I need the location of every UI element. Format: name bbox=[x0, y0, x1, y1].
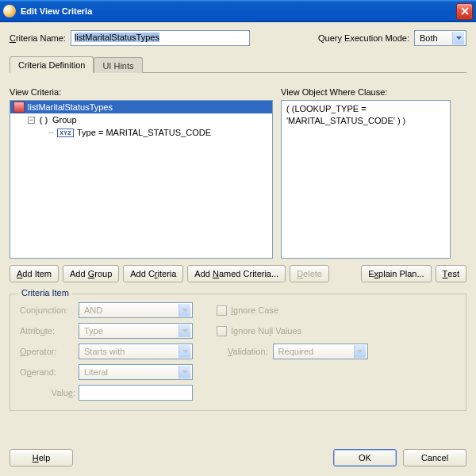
operator-value: Starts with bbox=[84, 347, 125, 356]
dialog-content: Criteria Name: listMaritalStatusTypes Qu… bbox=[0, 22, 476, 476]
ok-button[interactable]: OK bbox=[333, 449, 397, 466]
query-mode-value: Both bbox=[420, 33, 438, 43]
ignore-case-label: Ignore Case bbox=[231, 305, 456, 315]
operator-select: Starts with bbox=[79, 344, 193, 359]
root-icon bbox=[13, 102, 25, 113]
criteria-item-legend: Criteria Item bbox=[18, 288, 72, 298]
paren-icon: ( ) bbox=[38, 115, 49, 125]
tree-group-row[interactable]: − ( ) Group bbox=[10, 113, 272, 126]
operand-select: Literal bbox=[79, 364, 193, 380]
app-icon bbox=[3, 5, 16, 17]
footer-buttons: Help OK Cancel bbox=[10, 449, 466, 466]
tree-leaf-label: Type = MARITAL_STATUS_CODE bbox=[77, 128, 211, 137]
validation-label-text: Validation: bbox=[228, 347, 268, 356]
titlebar: Edit View Criteria bbox=[0, 0, 476, 22]
operand-value: Literal bbox=[84, 367, 108, 377]
add-named-criteria-button[interactable]: Add Named Criteria... bbox=[187, 265, 286, 282]
ignore-null-label: Ignore Null Values bbox=[231, 326, 456, 336]
chevron-down-icon bbox=[178, 345, 190, 358]
tab-bar: Criteria Definition UI Hints bbox=[10, 56, 466, 73]
add-item-button[interactable]: Add Item bbox=[10, 265, 59, 282]
delete-button: Delete bbox=[290, 265, 329, 282]
tree-leaf-row[interactable]: ┄ XYZ Type = MARITAL_STATUS_CODE bbox=[10, 126, 272, 139]
criteria-name-label: Criteria Name: bbox=[10, 33, 66, 43]
cancel-button[interactable]: Cancel bbox=[403, 449, 466, 466]
window-title: Edit View Criteria bbox=[21, 6, 456, 16]
chevron-down-icon bbox=[178, 324, 190, 337]
explain-plan-button[interactable]: Explain Plan... bbox=[361, 265, 431, 282]
conjunction-label: Conjunction: bbox=[20, 305, 79, 315]
attribute-label: Attribute: bbox=[20, 326, 79, 336]
tab-criteria-definition[interactable]: Criteria Definition bbox=[10, 56, 94, 73]
criteria-item-fieldset: Criteria Item Conjunction: AND Ignore Ca… bbox=[10, 294, 466, 411]
value-label: Value: bbox=[20, 388, 79, 397]
tree-connector: ┄ bbox=[48, 128, 54, 138]
panels-row: View Criteria: listMaritalStatusTypes − … bbox=[10, 87, 466, 259]
test-button[interactable]: Test bbox=[436, 265, 466, 282]
where-clause-box: ( (LOOKUP_TYPE = 'MARITAL_STATUS_CODE' )… bbox=[281, 100, 451, 259]
top-row: Criteria Name: listMaritalStatusTypes Qu… bbox=[10, 30, 466, 46]
xyz-icon: XYZ bbox=[57, 129, 74, 137]
chevron-down-icon bbox=[354, 345, 366, 358]
chevron-down-icon bbox=[178, 366, 190, 378]
view-criteria-tree[interactable]: listMaritalStatusTypes − ( ) Group ┄ XYZ… bbox=[10, 100, 273, 259]
view-criteria-label: View Criteria: bbox=[10, 87, 273, 97]
view-criteria-column: View Criteria: listMaritalStatusTypes − … bbox=[10, 87, 273, 259]
ignore-null-checkbox bbox=[217, 326, 227, 336]
tree-root[interactable]: listMaritalStatusTypes bbox=[10, 101, 272, 113]
conjunction-value: AND bbox=[84, 305, 102, 315]
where-clause-label: View Object Where Clause: bbox=[281, 87, 451, 97]
operand-label: Operand: bbox=[20, 367, 79, 377]
help-button[interactable]: Help bbox=[10, 449, 73, 466]
tree-root-label: listMaritalStatusTypes bbox=[28, 102, 113, 112]
chevron-down-icon bbox=[452, 32, 464, 44]
tree-group-label: Group bbox=[52, 115, 77, 125]
add-group-button[interactable]: Add Group bbox=[63, 265, 119, 282]
attribute-value: Type bbox=[84, 326, 103, 336]
query-mode-select[interactable]: Both bbox=[414, 30, 466, 46]
criteria-item-grid: Conjunction: AND Ignore Case Attribute: … bbox=[20, 302, 456, 401]
query-mode-label: Query Execution Mode: bbox=[318, 33, 409, 43]
chevron-down-icon bbox=[178, 304, 190, 317]
attribute-select: Type bbox=[79, 323, 193, 339]
validation-value: Required bbox=[278, 347, 314, 356]
ignore-case-checkbox bbox=[217, 305, 227, 316]
collapse-icon[interactable]: − bbox=[28, 117, 35, 124]
validation-select: Required bbox=[273, 344, 368, 359]
criteria-name-input[interactable]: listMaritalStatusTypes bbox=[71, 30, 250, 46]
where-clause-column: View Object Where Clause: ( (LOOKUP_TYPE… bbox=[281, 87, 451, 259]
criteria-buttons-row: Add Item Add Group Add Criteria Add Name… bbox=[10, 265, 466, 282]
add-criteria-button[interactable]: Add Criteria bbox=[123, 265, 183, 282]
close-button[interactable] bbox=[456, 3, 473, 20]
operator-label: Operator: bbox=[20, 347, 79, 356]
value-input bbox=[79, 385, 193, 401]
tab-ui-hints[interactable]: UI Hints bbox=[94, 57, 142, 73]
conjunction-select: AND bbox=[79, 302, 193, 318]
